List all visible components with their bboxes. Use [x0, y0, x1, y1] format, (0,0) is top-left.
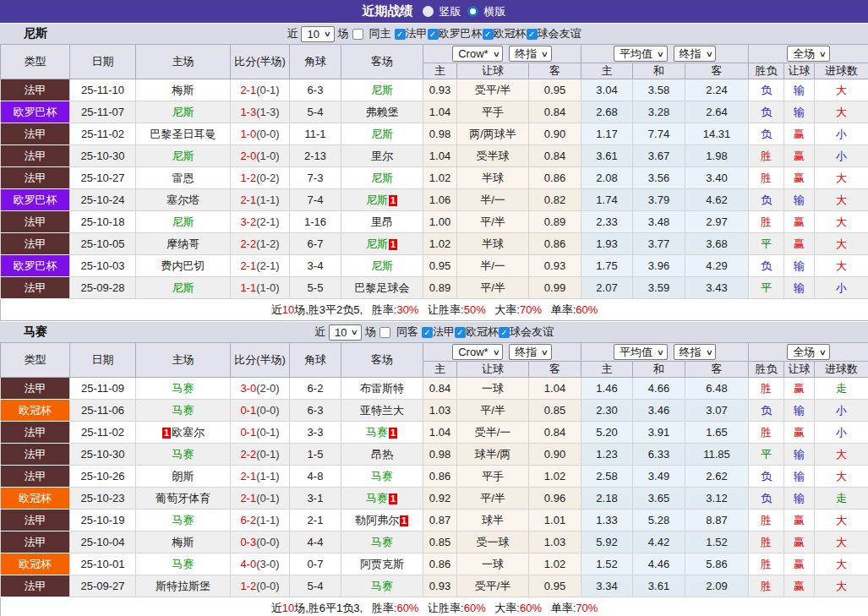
col-odds-handicap: 让球 [457, 362, 529, 378]
handicap-line: 半球 [457, 233, 529, 255]
corner-cell: 2-1 [290, 510, 341, 532]
same-venue-checkbox[interactable] [352, 29, 363, 40]
horizontal-layout-radio[interactable] [467, 6, 478, 17]
handicap-away-odds: 0.82 [529, 189, 581, 211]
team-name: 昂热 [371, 448, 393, 461]
team-name: 尼斯 [172, 215, 194, 228]
result-handicap: 输 [784, 255, 815, 277]
score-cell: 1-1(1-0) [231, 277, 290, 299]
avg-draw-odds: 3.79 [633, 189, 685, 211]
fulltime-score: 2-1 [240, 259, 256, 272]
team-name: 马赛 [24, 324, 47, 340]
same-venue-label: 同客 [396, 324, 418, 340]
score-cell: 0-1(0-1) [231, 422, 290, 444]
col-score: 比分(半场) [231, 45, 290, 79]
scope-select[interactable]: 全场∨ [787, 46, 830, 62]
league-checkbox[interactable]: ✓ [483, 29, 494, 40]
team-name: 朗斯 [172, 470, 194, 482]
handicap-line: 平手 [457, 101, 529, 123]
marseille-results-table: 类型 日期 主场 比分(半场) 角球 客场 Crow*∨ 终指∨ 平均值∨ 终指… [0, 342, 868, 616]
result-goals: 大 [815, 575, 868, 597]
league-checkbox[interactable]: ✓ [455, 327, 466, 338]
handicap-line: 半球 [457, 167, 529, 189]
league-checkbox-label: 球会友谊 [538, 26, 581, 41]
home-team-cell: 马赛 [136, 400, 231, 422]
top-bar: 近期战绩 竖版 横版 [0, 0, 868, 23]
scope-select-group: 全场∨ [749, 343, 868, 362]
scope-select-group: 全场∨ [749, 45, 868, 63]
col-avg-away: 客 [685, 63, 749, 79]
team-name: 斯特拉斯堡 [156, 580, 210, 592]
competition-cell: 法甲 [1, 123, 70, 145]
summary-line: 近10场,胜3平2负5, 胜率:30% 让胜率:50% 大率:70% 单率:60… [1, 299, 868, 321]
vertical-layout-radio[interactable] [423, 6, 434, 17]
avg-draw-odds: 6.33 [633, 444, 685, 466]
avg-draw-odds: 4.42 [633, 532, 685, 553]
league-checkbox[interactable]: ✓ [422, 327, 433, 338]
home-team-cell: 葡萄牙体育 [136, 488, 231, 510]
avg-away-odds: 2.62 [685, 466, 749, 488]
halftime-score: (1-1) [256, 514, 279, 526]
league-checkbox[interactable]: ✓ [395, 29, 406, 40]
matches-label: 场 [365, 324, 376, 340]
final-odds-select[interactable]: 终指∨ [509, 344, 552, 360]
average-select[interactable]: 平均值∨ [614, 344, 668, 360]
team-name: 亚特兰大 [360, 404, 404, 417]
corner-cell: 5-4 [290, 575, 341, 597]
halftime-score: (0-1) [256, 448, 279, 461]
halftime-score: (0-1) [256, 84, 279, 96]
league-checkbox-label: 球会友谊 [510, 324, 554, 340]
col-result-wdl: 胜负 [749, 63, 784, 79]
final-odds-select-2[interactable]: 终指∨ [674, 344, 717, 360]
result-goals: 大 [815, 553, 868, 575]
avg-draw-odds: 3.91 [633, 422, 685, 444]
home-team-cell: 梅斯 [136, 532, 231, 553]
home-team-cell: 费内巴切 [136, 255, 231, 277]
league-checkbox-label: 欧罗巴杯 [439, 26, 483, 41]
result-goals: 大 [815, 466, 868, 488]
handicap-home-odds: 0.86 [423, 466, 457, 488]
handicap-away-odds: 1.01 [529, 510, 581, 532]
away-team-cell: 马赛 [341, 532, 423, 553]
league-checkbox[interactable]: ✓ [527, 29, 538, 40]
competition-cell: 法甲 [1, 211, 70, 233]
team-name: 马赛 [172, 558, 194, 570]
scope-select[interactable]: 全场∨ [787, 344, 830, 360]
result-handicap: 输 [784, 79, 815, 101]
league-checkbox[interactable]: ✓ [499, 327, 510, 338]
result-goals: 小 [815, 123, 868, 145]
score-cell: 2-0(1-0) [231, 145, 290, 167]
match-row: 欧罗巴杯25-10-24塞尔塔2-1(1-1)7-4尼斯11.06半/一0.82… [1, 189, 868, 211]
result-goals: 大 [815, 189, 868, 211]
odds-company-select[interactable]: Crow*∨ [452, 344, 503, 360]
home-team-cell: 尼斯 [136, 277, 231, 299]
team-name: 巴黎足球会 [355, 281, 410, 294]
score-cell: 2-2(0-1) [231, 444, 290, 466]
match-count-select[interactable]: 10∨ [329, 324, 362, 341]
match-row: 欧冠杯25-10-23葡萄牙体育2-1(0-1)3-1马赛10.92平/半0.9… [1, 488, 868, 510]
handicap-line: 受一球 [457, 532, 529, 553]
corner-cell: 6-7 [290, 233, 341, 255]
chevron-down-icon: ∨ [324, 30, 331, 38]
nice-results-table: 类型 日期 主场 比分(半场) 角球 客场 Crow*∨ 终指∨ 平均值∨ 终指… [0, 44, 868, 321]
avg-home-odds: 2.58 [581, 466, 633, 488]
handicap-line: 一球 [457, 378, 529, 400]
match-count-select[interactable]: 10∨ [301, 26, 334, 42]
chevron-down-icon: ∨ [705, 348, 712, 357]
team-name: 梅斯 [172, 84, 194, 96]
handicap-home-odds: 0.98 [423, 123, 457, 145]
team-name: 里尔 [371, 150, 393, 162]
avg-away-odds: 1.65 [685, 422, 749, 444]
avg-home-odds: 1.93 [581, 233, 633, 255]
final-odds-select-2[interactable]: 终指∨ [674, 46, 717, 62]
final-odds-select[interactable]: 终指∨ [509, 46, 552, 62]
away-team-cell: 里尔 [341, 145, 423, 167]
competition-cell: 法甲 [1, 167, 70, 189]
same-venue-checkbox[interactable] [379, 327, 390, 338]
avg-home-odds: 1.23 [581, 444, 633, 466]
odds-company-select[interactable]: Crow*∨ [452, 46, 503, 62]
average-select[interactable]: 平均值∨ [614, 46, 668, 62]
halftime-score: (0-2) [256, 172, 279, 184]
corner-cell: 4-8 [290, 466, 341, 488]
league-checkbox[interactable]: ✓ [428, 29, 439, 40]
